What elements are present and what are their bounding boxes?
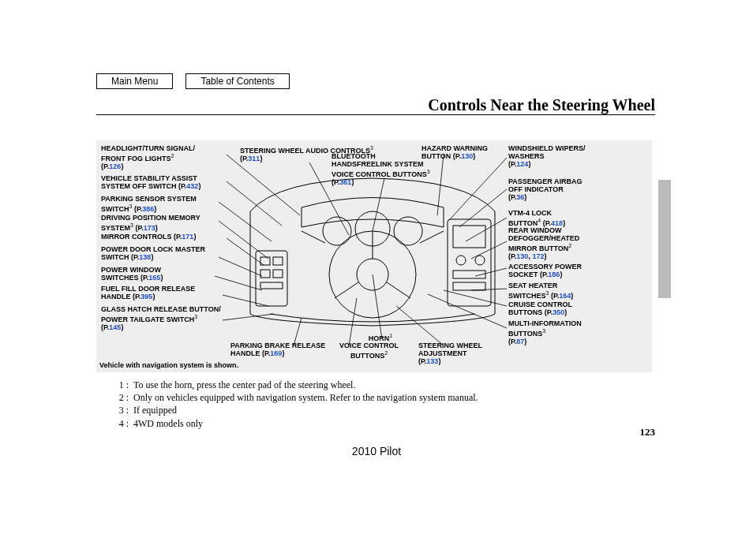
callout-driving-position: DRIVING POSITION MEMORYSYSTEM3 (P.173) [101, 215, 239, 233]
callout-multi-info: MULTI-INFORMATIONBUTTONS3 (P.87) [508, 320, 646, 346]
callout-horn: HORN1 [349, 333, 412, 343]
page-link[interactable]: 145 [109, 323, 121, 331]
page-link[interactable]: 386 [142, 205, 154, 213]
svg-line-18 [420, 231, 444, 243]
page-link[interactable]: 361 [339, 178, 351, 186]
page-link[interactable]: 172 [532, 252, 544, 260]
footnotes: 1 :To use the horn, press the center pad… [107, 379, 478, 430]
page-link[interactable]: 87 [516, 338, 524, 345]
svg-line-17 [302, 231, 325, 243]
toc-button[interactable]: Table of Contents [185, 73, 289, 89]
callout-cruise: CRUISE CONTROLBUTTONS (P.350) [508, 301, 646, 317]
page-link[interactable]: 171 [182, 233, 193, 241]
svg-rect-14 [260, 270, 270, 278]
title-rule [96, 114, 655, 115]
page-number: 123 [640, 426, 656, 439]
page-link[interactable]: 432 [186, 182, 198, 190]
page-link[interactable]: 169 [270, 349, 282, 357]
svg-rect-10 [453, 282, 485, 290]
callout-vsa: VEHICLE STABILITY ASSISTSYSTEM OFF SWITC… [101, 175, 239, 191]
page-link[interactable]: 395 [140, 293, 152, 301]
diagram-note: Vehicle with navigation system is shown. [99, 361, 238, 369]
page-link[interactable]: 165 [148, 274, 160, 282]
callout-airbag-off: PASSENGER AIRBAGOFF INDICATOR (P.36) [508, 178, 646, 202]
page-link[interactable]: 126 [109, 162, 121, 170]
svg-rect-16 [260, 282, 283, 289]
section-tab [658, 180, 671, 298]
main-menu-button[interactable]: Main Menu [96, 73, 173, 89]
callout-hazard: HAZARD WARNINGBUTTON (P.130) [421, 145, 508, 161]
page-link[interactable]: 130 [461, 152, 473, 160]
page-link[interactable]: 138 [139, 253, 151, 261]
svg-point-4 [357, 259, 388, 290]
page-link[interactable]: 130 [516, 252, 528, 260]
callout-steering-adj: STEERING WHEELADJUSTMENT (P.133) [418, 342, 505, 366]
callout-power-window: POWER WINDOWSWITCHES (P.165) [101, 267, 239, 282]
page-link[interactable]: 133 [426, 357, 438, 365]
svg-point-7 [456, 256, 466, 265]
callout-vtm4: VTM-4 LOCKBUTTON4 (P.418) [508, 210, 646, 228]
callout-glass-hatch: GLASS HATCH RELEASE BUTTON/POWER TAILGAT… [101, 306, 255, 332]
page-link[interactable]: 350 [553, 308, 564, 316]
page-link[interactable]: 164 [559, 292, 571, 300]
page-link[interactable]: 124 [516, 160, 528, 168]
svg-point-8 [475, 256, 485, 265]
callout-acc-power: ACCESSORY POWERSOCKET (P.186) [508, 263, 646, 279]
callout-voice-control: VOICE CONTROLBUTTONS2 [332, 342, 406, 360]
page-link[interactable]: 173 [144, 224, 155, 232]
callout-fuel-fill: FUEL FILL DOOR RELEASEHANDLE (P.395) [101, 286, 239, 301]
page-link[interactable]: 36 [516, 193, 524, 201]
page-link[interactable]: 186 [548, 271, 560, 278]
callout-rear-defogger: REAR WINDOWDEFOGGER/HEATEDMIRROR BUTTON2… [508, 227, 646, 261]
page-title: Controls Near the Steering Wheel [428, 96, 655, 114]
page-link[interactable]: 311 [248, 155, 260, 162]
svg-rect-12 [260, 257, 270, 265]
callout-wipers: WINDSHIELD WIPERS/WASHERS (P.124) [508, 145, 646, 169]
svg-rect-9 [453, 271, 485, 278]
callout-headlight: HEADLIGHT/TURN SIGNAL/FRONT FOG LIGHTS2 … [101, 145, 239, 171]
callout-seat-heater: SEAT HEATERSWITCHES3 (P.164) [508, 282, 646, 301]
diagram-panel: HEADLIGHT/TURN SIGNAL/FRONT FOG LIGHTS2 … [96, 140, 652, 372]
svg-rect-6 [453, 226, 485, 248]
callout-mirror: MIRROR CONTROLS (P.171) [101, 233, 239, 241]
svg-rect-15 [273, 270, 283, 278]
callout-parking-sensor: PARKING SENSOR SYSTEMSWITCH3 (P.386) [101, 196, 239, 214]
callout-door-lock: POWER DOOR LOCK MASTERSWITCH (P.138) [101, 246, 239, 262]
svg-rect-13 [273, 257, 283, 265]
model-year: 2010 Pilot [0, 445, 753, 457]
